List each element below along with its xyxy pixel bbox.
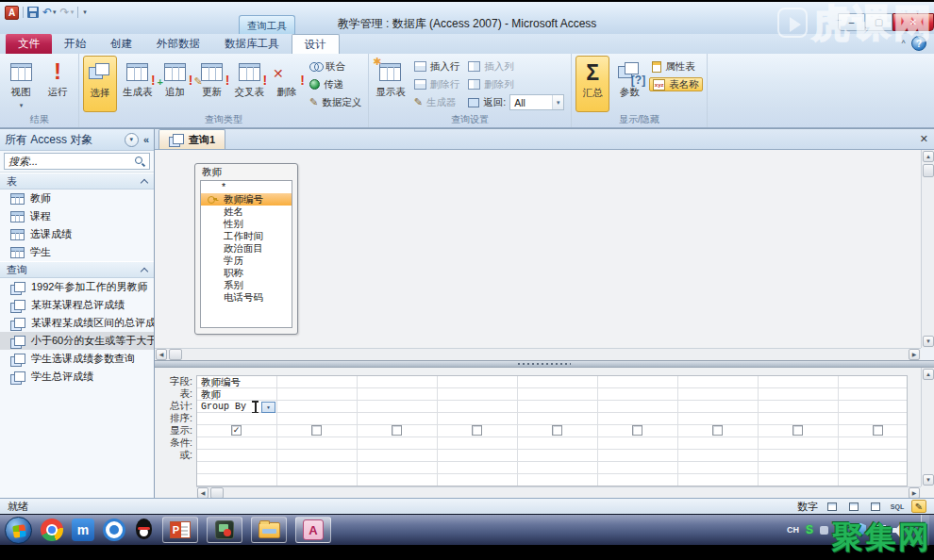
taskbar-access-button[interactable]: A [295, 517, 331, 543]
nav-section-queries[interactable]: 查询 [0, 261, 154, 278]
tab-database-tools[interactable]: 数据库工具 [212, 34, 292, 54]
show-table-button[interactable]: ✱ 显示表 [373, 56, 409, 112]
pane-splitter[interactable] [155, 360, 934, 368]
tray-mouse-icon[interactable] [835, 524, 847, 536]
nav-item-table-student[interactable]: 学生 [0, 243, 154, 261]
nav-item-query-3[interactable]: 某课程某成绩区间的总评成绩 [0, 314, 154, 332]
grid-vertical-scrollbar[interactable]: ▲ ▼ [921, 368, 934, 486]
taskbar-chrome-icon[interactable] [41, 519, 63, 541]
update-button[interactable]: ✎! 更新 [195, 56, 229, 112]
insert-columns-button[interactable]: 插入列 [465, 59, 567, 74]
design-horizontal-scrollbar[interactable]: ◀ ▶ [155, 348, 921, 360]
insert-rows-button[interactable]: 插入行 [411, 59, 463, 74]
nav-item-query-5[interactable]: 学生选课成绩参数查询 [0, 350, 154, 368]
close-button[interactable]: ✕ [892, 13, 934, 31]
start-button[interactable] [5, 517, 32, 544]
tab-create[interactable]: 创建 [98, 34, 144, 54]
taskbar-qq-icon[interactable] [134, 519, 154, 542]
delete-rows-button[interactable]: 删除行 [411, 77, 463, 91]
field-row-name[interactable]: 姓名 [201, 206, 292, 218]
delete-columns-button[interactable]: 删除列 [465, 77, 567, 91]
show-checkbox[interactable] [311, 425, 322, 436]
tab-external-data[interactable]: 外部数据 [144, 34, 212, 54]
help-icon[interactable]: ? [911, 36, 926, 51]
field-row-gender[interactable]: 性别 [201, 218, 292, 230]
security-shield-icon[interactable] [854, 523, 866, 537]
sogou-ime-icon[interactable]: S [806, 523, 813, 536]
field-list-window[interactable]: 教师 * 教师编号 姓名 性别 工作时间 政治面目 学历 职称 系别 电话号码 [194, 163, 298, 335]
delete-query-button[interactable]: ✕! 删除 [270, 56, 304, 112]
property-sheet-button[interactable]: 属性表 [649, 59, 703, 74]
field-row-education[interactable]: 学历 [201, 255, 292, 267]
show-checkbox[interactable] [392, 425, 402, 436]
scroll-up-button[interactable]: ▲ [923, 151, 934, 162]
search-input[interactable]: 搜索... [4, 153, 150, 170]
close-document-icon[interactable]: ✕ [920, 133, 928, 145]
field-row-title[interactable]: 职称 [201, 267, 292, 279]
grid-cell-total[interactable]: Group By [201, 401, 246, 413]
nav-section-tables[interactable]: 表 [0, 173, 154, 189]
nav-item-query-4[interactable]: 小于60分的女生或等于大于... [0, 332, 154, 350]
nav-item-table-course[interactable]: 课程 [0, 207, 154, 225]
total-dropdown-button[interactable]: ▼ [261, 402, 275, 413]
scroll-down-button[interactable]: ▼ [923, 336, 934, 347]
nav-item-table-grades[interactable]: 选课成绩 [0, 225, 154, 243]
nav-pane-header[interactable]: 所有 Access 对象 ▾ « [0, 129, 154, 151]
chevron-down-icon[interactable]: ▼ [552, 95, 563, 109]
show-checkbox[interactable] [792, 425, 803, 436]
grid-cell-table[interactable]: 教师 [201, 388, 221, 401]
field-row-political[interactable]: 政治面目 [201, 242, 292, 255]
pivotchart-view-button[interactable] [868, 500, 883, 513]
pivottable-view-button[interactable] [846, 500, 861, 513]
field-row-work-time[interactable]: 工作时间 [201, 230, 292, 242]
show-checkbox[interactable] [472, 425, 482, 436]
show-checkbox[interactable] [632, 425, 642, 436]
nav-item-query-2[interactable]: 某班某课程总评成绩 [0, 296, 154, 314]
table-names-button[interactable]: xyz 表名称 [649, 77, 703, 91]
tab-home[interactable]: 开始 [52, 34, 98, 54]
show-desktop-button[interactable] [921, 515, 929, 546]
design-view-button[interactable]: ✎ [911, 500, 926, 513]
language-indicator[interactable]: CH [787, 525, 799, 535]
nav-item-query-1[interactable]: 1992年参加工作的男教师 [0, 278, 154, 296]
show-checkbox[interactable] [712, 425, 723, 436]
parameters-button[interactable]: [?] 参数 [612, 56, 646, 112]
datasheet-view-button[interactable] [825, 500, 840, 513]
taskbar-media-button[interactable] [207, 517, 242, 543]
make-table-button[interactable]: ! 生成表 [120, 56, 156, 112]
totals-button[interactable]: Σ 汇总 [575, 56, 609, 112]
scroll-thumb[interactable] [169, 349, 182, 360]
union-button[interactable]: 联合 [307, 59, 364, 74]
nav-menu-icon[interactable]: ▾ [125, 133, 139, 147]
scroll-up-button[interactable]: ▲ [923, 369, 934, 380]
scroll-left-button[interactable]: ◀ [156, 349, 167, 360]
design-vertical-scrollbar[interactable]: ▲ ▼ [921, 150, 934, 348]
scroll-down-button[interactable]: ▼ [923, 474, 934, 486]
taskbar-maxthon-icon[interactable]: m [72, 519, 94, 541]
field-row-teacher-id[interactable]: 教师编号 [201, 193, 292, 206]
show-checkbox[interactable] [552, 425, 562, 436]
field-row-star[interactable]: * [201, 181, 292, 193]
tab-design[interactable]: 设计 [292, 34, 340, 54]
query-design-surface[interactable]: 教师 * 教师编号 姓名 性别 工作时间 政治面目 学历 职称 系别 电话号码 [155, 150, 921, 348]
show-checkbox[interactable] [873, 425, 883, 436]
tab-file[interactable]: 文件 [6, 34, 52, 54]
taskbar-browser-icon[interactable] [103, 519, 125, 541]
shutter-bar-close-icon[interactable]: « [143, 134, 149, 145]
customize-qat-button[interactable]: ▾ [82, 8, 87, 16]
search-icon[interactable] [134, 156, 145, 167]
nav-item-table-teacher[interactable]: 教师 [0, 189, 154, 207]
nav-item-query-6[interactable]: 学生总评成绩 [0, 368, 154, 386]
minimize-ribbon-icon[interactable]: ˄ [901, 38, 906, 46]
view-button[interactable]: 视图 ▾ [4, 56, 38, 112]
pass-through-button[interactable]: 传递 [307, 77, 364, 91]
show-checkbox[interactable]: ✓ [231, 425, 242, 436]
tray-app-icon[interactable] [820, 526, 828, 535]
crosstab-button[interactable]: ! 交叉表 [232, 56, 268, 112]
sql-view-button[interactable]: SQL [890, 500, 905, 513]
scroll-thumb[interactable] [923, 164, 934, 177]
network-icon[interactable] [873, 525, 886, 535]
field-row-phone[interactable]: 电话号码 [201, 291, 292, 304]
minimize-button[interactable]: ‒ [838, 13, 865, 31]
field-row-department[interactable]: 系别 [201, 279, 292, 291]
